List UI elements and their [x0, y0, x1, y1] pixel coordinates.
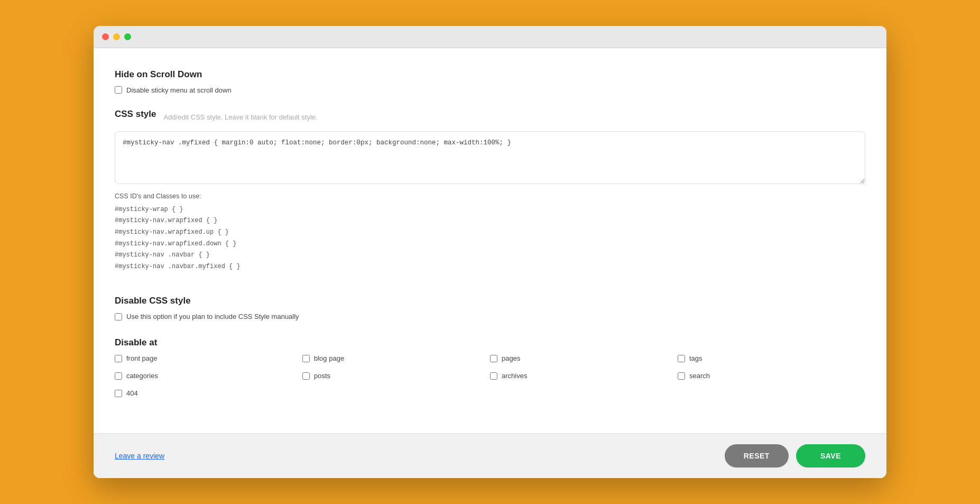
posts-label: posts — [314, 372, 330, 380]
disable-sticky-checkbox[interactable] — [115, 86, 122, 94]
search-label: search — [689, 372, 710, 380]
css-id-item: #mysticky-wrap { } — [115, 204, 865, 216]
blog-page-checkbox[interactable] — [302, 355, 310, 362]
disable-at-grid: front page categories 404 blog p — [115, 354, 865, 401]
posts-checkbox[interactable] — [302, 372, 310, 380]
reset-button[interactable]: RESET — [725, 444, 789, 468]
disable-at-section: Disable at front page categories 404 — [115, 337, 865, 401]
disable-at-col-2: blog page posts — [302, 354, 490, 401]
posts-row: posts — [302, 372, 490, 380]
css-id-item: #mysticky-nav.wrapfixed { } — [115, 215, 865, 227]
blog-page-label: blog page — [314, 354, 344, 362]
404-row: 404 — [115, 389, 302, 397]
css-style-textarea[interactable]: #mysticky-nav .myfixed { margin:0 auto; … — [115, 131, 865, 184]
pages-checkbox[interactable] — [490, 355, 497, 362]
categories-checkbox[interactable] — [115, 372, 122, 380]
hide-on-scroll-section: Hide on Scroll Down Disable sticky menu … — [115, 69, 865, 98]
front-page-label: front page — [126, 354, 158, 362]
disable-css-title: Disable CSS style — [115, 296, 865, 306]
tags-label: tags — [689, 354, 702, 362]
css-id-item: #mysticky-nav .navbar { } — [115, 250, 865, 261]
tags-checkbox[interactable] — [678, 355, 685, 362]
close-icon[interactable] — [102, 33, 109, 40]
disable-css-checkbox[interactable] — [115, 313, 122, 320]
disable-at-col-1: front page categories 404 — [115, 354, 302, 401]
css-id-item: #mysticky-nav.wrapfixed.up { } — [115, 227, 865, 239]
disable-sticky-row: Disable sticky menu at scroll down — [115, 86, 865, 94]
disable-at-title: Disable at — [115, 337, 865, 348]
archives-row: archives — [490, 372, 678, 380]
404-checkbox[interactable] — [115, 390, 122, 397]
css-style-section: CSS style Add/edit CSS style. Leave it b… — [115, 109, 865, 286]
pages-row: pages — [490, 354, 678, 362]
categories-row: categories — [115, 372, 302, 380]
css-style-header: CSS style Add/edit CSS style. Leave it b… — [115, 109, 865, 126]
app-window: Hide on Scroll Down Disable sticky menu … — [94, 26, 886, 479]
blog-page-row: blog page — [302, 354, 490, 362]
minimize-icon[interactable] — [113, 33, 120, 40]
css-id-item: #mysticky-nav.wrapfixed.down { } — [115, 239, 865, 250]
archives-label: archives — [502, 372, 527, 380]
disable-css-section: Disable CSS style Use this option if you… — [115, 296, 865, 325]
leave-review-link[interactable]: Leave a review — [115, 452, 164, 460]
footer-buttons: RESET SAVE — [725, 444, 865, 468]
disable-at-col-4: tags search — [678, 354, 865, 401]
css-style-title: CSS style — [115, 109, 156, 120]
css-ids-list: #mysticky-wrap { } #mysticky-nav.wrapfix… — [115, 204, 865, 273]
front-page-checkbox[interactable] — [115, 355, 122, 362]
css-ids-label: CSS ID's and Classes to use: — [115, 193, 865, 200]
css-id-item: #mysticky-nav .navbar.myfixed { } — [115, 261, 865, 273]
save-button[interactable]: SAVE — [796, 444, 865, 468]
main-content: Hide on Scroll Down Disable sticky menu … — [94, 48, 886, 434]
404-label: 404 — [126, 389, 138, 397]
footer: Leave a review RESET SAVE — [94, 433, 886, 478]
front-page-row: front page — [115, 354, 302, 362]
pages-label: pages — [502, 354, 520, 362]
disable-at-col-3: pages archives — [490, 354, 678, 401]
disable-css-label: Use this option if you plan to include C… — [126, 313, 299, 320]
title-bar — [94, 26, 886, 48]
css-style-hint: Add/edit CSS style. Leave it blank for d… — [163, 113, 317, 121]
categories-label: categories — [126, 372, 158, 380]
hide-on-scroll-title: Hide on Scroll Down — [115, 69, 865, 80]
search-checkbox[interactable] — [678, 372, 685, 380]
tags-row: tags — [678, 354, 865, 362]
archives-checkbox[interactable] — [490, 372, 497, 380]
disable-css-row: Use this option if you plan to include C… — [115, 313, 865, 320]
maximize-icon[interactable] — [124, 33, 131, 40]
disable-sticky-label: Disable sticky menu at scroll down — [126, 86, 232, 94]
search-row: search — [678, 372, 865, 380]
